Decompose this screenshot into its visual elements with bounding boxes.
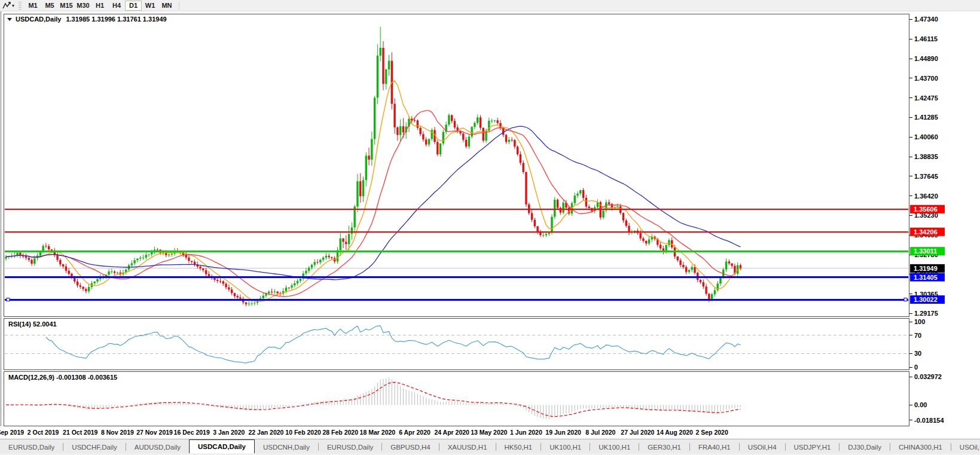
- tab-ger30-h1[interactable]: GER30,H1: [639, 441, 689, 453]
- candle-body: [371, 139, 373, 159]
- tab-dj30-daily[interactable]: DJ30,Daily: [839, 441, 890, 453]
- date-tick-label: 6 Apr 2020: [399, 429, 431, 436]
- macd-tick-label: 0.00: [914, 401, 927, 408]
- candle-body: [108, 271, 109, 274]
- candle-body: [30, 260, 32, 264]
- candle-body: [622, 213, 624, 220]
- candle-body: [539, 232, 541, 235]
- price-tick-label: 1.41285: [914, 114, 938, 121]
- timeframe-button-mn[interactable]: MN: [158, 1, 175, 11]
- candle-body: [80, 285, 81, 286]
- candle-body: [554, 200, 555, 216]
- candle-body: [136, 258, 138, 260]
- chart-surface[interactable]: 10070300 0.0329720.00-0.018154 1.473401.…: [0, 11, 980, 426]
- candle-body: [148, 254, 149, 255]
- chart-title: USDCAD,Daily1.31985 1.31996 1.31761 1.31…: [16, 16, 167, 23]
- chart-title-ohlc: 1.31985 1.31996 1.31761 1.31949: [66, 16, 166, 23]
- level-marker-label: 1.35606: [914, 206, 938, 213]
- price-tick-label: 1.29175: [914, 310, 938, 317]
- candle-body: [691, 267, 693, 270]
- candle-body: [228, 288, 230, 290]
- rsi-tick-label: 0: [914, 364, 918, 371]
- candle-body: [305, 271, 307, 273]
- current-price-marker-label: 1.31949: [914, 265, 938, 272]
- main-pane[interactable]: [4, 14, 909, 317]
- candle-body: [517, 146, 518, 154]
- rsi-tick-label: 30: [914, 350, 921, 357]
- chevron-down-icon[interactable]: ▾: [12, 3, 14, 8]
- candle-body: [51, 249, 53, 251]
- toolbar-grip[interactable]: [18, 2, 22, 10]
- draw-tool-button[interactable]: ▾: [2, 1, 16, 10]
- candle-body: [551, 217, 552, 233]
- timeframe-button-m30[interactable]: M30: [75, 1, 91, 11]
- tab-eurusd-daily[interactable]: EURUSD,Daily: [319, 441, 381, 453]
- candle-body: [688, 270, 690, 271]
- tab-gbpusd-h4[interactable]: GBPUSD,H4: [382, 441, 438, 453]
- hline-handle[interactable]: [904, 298, 907, 301]
- tab-china300-h1[interactable]: CHINA300,H1: [890, 441, 951, 453]
- candle-body: [236, 296, 238, 297]
- macd-pane[interactable]: [4, 372, 909, 426]
- tab-uk100-h1[interactable]: UK100,H1: [541, 441, 590, 453]
- price-tick-label: 1.38835: [914, 153, 938, 160]
- timeframe-button-h1[interactable]: H1: [91, 1, 108, 11]
- candle-body: [322, 258, 324, 260]
- level-marker-label: 1.33011: [914, 248, 937, 255]
- candle-body: [348, 234, 350, 244]
- candle-body: [328, 256, 329, 257]
- tab-eurusd-daily[interactable]: EURUSD,Daily: [0, 441, 63, 453]
- candle-body: [531, 213, 533, 219]
- tab-usoil-h1[interactable]: USOil,H1: [951, 441, 980, 453]
- candle-body: [417, 120, 419, 127]
- candle-body: [542, 235, 544, 236]
- date-tick-label: 2 Oct 2019: [28, 429, 59, 436]
- timeframe-button-m15[interactable]: M15: [58, 1, 75, 11]
- candle-body: [379, 48, 381, 56]
- candle-body: [494, 120, 496, 121]
- tab-usdjpy-h1[interactable]: USDJPY,H1: [786, 441, 839, 453]
- candle-body: [222, 281, 224, 283]
- tab-xauusd-h1[interactable]: XAUUSD,H1: [439, 441, 496, 453]
- price-tick-label: 1.36420: [914, 193, 938, 200]
- hline-handle[interactable]: [7, 298, 10, 301]
- date-tick-label: 14 Aug 2020: [657, 429, 693, 436]
- macd-tick-label: 0.032972: [914, 373, 942, 380]
- candle-body: [300, 279, 301, 281]
- candle-body: [422, 134, 424, 139]
- tab-usdchf-daily[interactable]: USDCHF,Daily: [63, 441, 125, 453]
- candle-body: [311, 265, 313, 268]
- tab-usoil-h4[interactable]: USOil,H4: [740, 441, 785, 453]
- candle-body: [319, 259, 321, 262]
- macd-label: MACD(12,26,9) -0.001308 -0.003615: [8, 374, 117, 381]
- tab-hk50-h1[interactable]: HK50,H1: [496, 441, 541, 453]
- candle-body: [700, 280, 701, 282]
- toolbar-separator: [179, 2, 179, 10]
- candle-body: [525, 172, 527, 204]
- tab-fra40-h1[interactable]: FRA40,H1: [690, 441, 739, 453]
- candle-body: [248, 304, 250, 304]
- candle-body: [448, 115, 450, 124]
- tab-usdcad-daily[interactable]: USDCAD,Daily: [189, 439, 255, 453]
- date-tick-label: 13 May 2020: [471, 429, 507, 436]
- candle-body: [205, 270, 207, 274]
- candle-body: [188, 258, 190, 261]
- timeframe-button-m1[interactable]: M1: [25, 1, 41, 11]
- timeframe-button-w1[interactable]: W1: [142, 1, 158, 11]
- candle-body: [560, 208, 561, 213]
- candle-body: [62, 264, 64, 266]
- tab-audusd-daily[interactable]: AUDUSD,Daily: [126, 441, 189, 453]
- date-tick-label: 8 Jul 2020: [585, 429, 615, 436]
- candle-body: [117, 273, 118, 273]
- timeframe-button-m5[interactable]: M5: [41, 1, 58, 11]
- candle-body: [502, 128, 504, 135]
- tab-uk100-h1[interactable]: UK100,H1: [590, 441, 639, 453]
- candle-body: [82, 287, 84, 289]
- timeframe-button-d1[interactable]: D1: [125, 1, 142, 11]
- tab-usdcnh-daily[interactable]: USDCNH,Daily: [255, 441, 318, 453]
- date-axis[interactable]: 13 Sep 20192 Oct 201921 Oct 20198 Nov 20…: [0, 426, 980, 438]
- rsi-pane[interactable]: [4, 319, 909, 370]
- timeframe-button-h4[interactable]: H4: [108, 1, 125, 11]
- candle-body: [368, 155, 370, 160]
- level-marker-label: 1.31405: [914, 274, 938, 281]
